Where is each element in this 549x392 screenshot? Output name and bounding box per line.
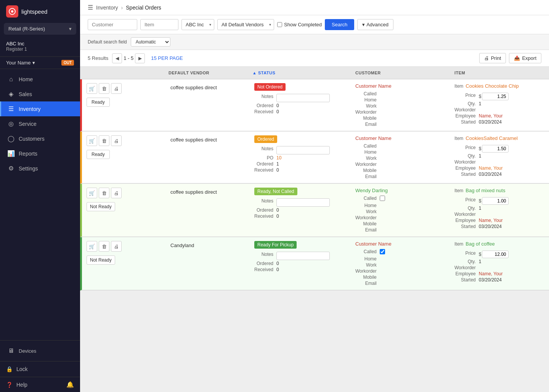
price-input[interactable] <box>482 251 509 258</box>
vendor-select[interactable]: All Default Vendors <box>217 19 274 30</box>
icon-buttons: 🛒 🗑 🖨 <box>87 188 122 198</box>
page-range: 1 - 5 <box>124 55 133 61</box>
price-input[interactable] <box>482 145 509 153</box>
delete-button[interactable]: 🗑 <box>99 135 109 146</box>
sidebar-item-devices[interactable]: 🖥 Devices <box>0 344 80 358</box>
print-row-button[interactable]: 🖨 <box>111 241 122 252</box>
item-cell: Item Bag of coffee Price $ Qty.1 Workord… <box>450 237 549 290</box>
print-row-button[interactable]: 🖨 <box>111 188 122 198</box>
cart-button[interactable]: 🛒 <box>87 135 97 146</box>
price-input[interactable] <box>482 197 509 205</box>
called-checkbox[interactable] <box>380 249 385 254</box>
status-badge: Not Ordered <box>254 83 286 91</box>
item-cell: Item Bag of mixed nuts Price $ Qty.1 Wor… <box>450 184 549 236</box>
prev-page-button[interactable]: ◀ <box>112 53 122 63</box>
chevron-down-icon: ▾ <box>69 26 72 32</box>
breadcrumb-separator: › <box>121 5 123 11</box>
sidebar-item-customers[interactable]: ◯ Customers <box>0 131 80 146</box>
notes-input[interactable] <box>276 146 330 154</box>
sidebar-item-label: Customers <box>19 136 45 142</box>
help-area[interactable]: ❓ Help 🔔 <box>0 377 80 392</box>
sidebar-item-sales[interactable]: ◈ Sales <box>0 87 80 101</box>
user-name[interactable]: Your Name ▾ <box>6 60 35 66</box>
user-area[interactable]: Your Name ▾ OUT <box>0 57 80 69</box>
sidebar-item-label: Sales <box>19 91 32 97</box>
show-completed-checkbox[interactable] <box>277 22 282 27</box>
abc-select[interactable]: ABC Inc <box>181 19 214 30</box>
sales-icon: ◈ <box>7 90 15 98</box>
row-actions: 🛒 🗑 🖨 Ready <box>82 132 166 183</box>
po-link[interactable]: 10 <box>276 155 346 161</box>
sidebar-item-label: Home <box>19 76 33 82</box>
results-count: 5 Results <box>88 55 108 61</box>
delete-button[interactable]: 🗑 <box>99 83 109 94</box>
notes-input[interactable] <box>276 94 330 102</box>
per-page-selector[interactable]: 15 PER PAGE <box>151 55 183 61</box>
not-ready-status-button[interactable]: Not Ready <box>87 255 115 265</box>
customer-cell: Customer Name Called Home Work Workorder… <box>351 79 450 131</box>
employee-link[interactable]: Name, Your <box>479 218 544 223</box>
vendor-name: coffee supplies direct <box>170 85 217 90</box>
vendor-cell: coffee supplies direct <box>166 79 250 131</box>
notification-bell-icon: 🔔 <box>66 381 74 388</box>
employee-link[interactable]: Name, Your <box>479 271 544 276</box>
cart-button[interactable]: 🛒 <box>87 188 97 198</box>
settings-icon: ⚙ <box>7 165 15 172</box>
item-search-input[interactable] <box>140 19 178 30</box>
cart-button[interactable]: 🛒 <box>87 83 97 94</box>
icon-buttons: 🛒 🗑 🖨 <box>87 241 122 252</box>
automatic-select[interactable]: Automatic <box>131 37 170 47</box>
table-row: 🛒 🗑 🖨 Not Ready coffee supplies direct R… <box>80 184 549 237</box>
price-input[interactable] <box>482 93 509 100</box>
help-icon: ❓ <box>6 382 13 388</box>
status-fields: Notes Ordered 0 Received 0 <box>254 198 346 219</box>
retail-label: Retail (R-Series) <box>8 26 45 32</box>
advanced-button[interactable]: ▾ Advanced <box>357 19 393 30</box>
customer-search-input[interactable] <box>88 19 137 30</box>
retail-selector[interactable]: Retail (R-Series) ▾ <box>4 23 76 35</box>
print-row-button[interactable]: 🖨 <box>111 83 122 94</box>
status-fields: Notes Ordered 0 Received 0 <box>254 252 346 272</box>
not-ready-status-button[interactable]: Not Ready <box>87 202 115 211</box>
sidebar-item-label: Service <box>19 121 37 127</box>
notes-input[interactable] <box>276 198 330 207</box>
ready-status-button[interactable]: Ready <box>87 98 110 107</box>
vendor-selector[interactable]: All Default Vendors ▾ <box>217 19 274 30</box>
th-status[interactable]: ▲ STATUS <box>248 69 351 77</box>
breadcrumb-parent[interactable]: Inventory <box>96 5 118 11</box>
item-cell: Item Cookies Chocolate Chip Price $ Qty.… <box>450 79 549 131</box>
export-button[interactable]: 📤 Export <box>509 53 541 63</box>
svg-point-1 <box>11 10 13 13</box>
vendor-name: Candyland <box>170 243 194 248</box>
inventory-icon: ☰ <box>7 105 15 112</box>
item-cell: Item CookiesSalted Caramel Price $ Qty.1… <box>450 132 549 183</box>
show-completed-checkbox-label[interactable]: Show Completed <box>277 22 322 27</box>
customer-fields: Called Home Work Workorder Mobile Email <box>355 249 445 286</box>
abc-vendor-selector[interactable]: ABC Inc ▾ <box>181 19 214 30</box>
sidebar-item-reports[interactable]: 📊 Reports <box>0 146 80 161</box>
print-label: Print <box>491 55 501 61</box>
notes-input[interactable] <box>276 252 330 260</box>
search-button[interactable]: Search <box>325 19 354 30</box>
sidebar-item-settings[interactable]: ⚙ Settings <box>0 161 80 176</box>
delete-button[interactable]: 🗑 <box>99 188 109 198</box>
sidebar-item-home[interactable]: ⌂ Home <box>0 72 80 87</box>
print-row-button[interactable]: 🖨 <box>111 135 122 146</box>
print-button[interactable]: 🖨 Print <box>479 53 506 63</box>
sidebar-item-inventory[interactable]: ☰ Inventory <box>0 101 80 116</box>
sidebar-item-service[interactable]: ◎ Service <box>0 116 80 131</box>
logo-area[interactable]: lightspeed <box>0 0 80 23</box>
employee-link[interactable]: Name, Your <box>479 113 544 119</box>
table-row: 🛒 🗑 🖨 Ready coffee supplies direct Order… <box>80 132 549 184</box>
sidebar-item-label: Devices <box>19 348 36 354</box>
customer-cell: Customer Name Called Home Work Workorder… <box>351 237 450 290</box>
sidebar-item-label: Inventory <box>19 106 41 112</box>
called-checkbox[interactable] <box>380 196 385 201</box>
employee-link[interactable]: Name, Your <box>479 165 544 171</box>
ready-status-button[interactable]: Ready <box>87 150 110 159</box>
lock-button[interactable]: 🔒 Lock <box>0 361 80 377</box>
default-search-label: Default search field <box>88 39 127 45</box>
next-page-button[interactable]: ▶ <box>135 53 145 63</box>
cart-button[interactable]: 🛒 <box>87 241 97 252</box>
delete-button[interactable]: 🗑 <box>99 241 109 252</box>
